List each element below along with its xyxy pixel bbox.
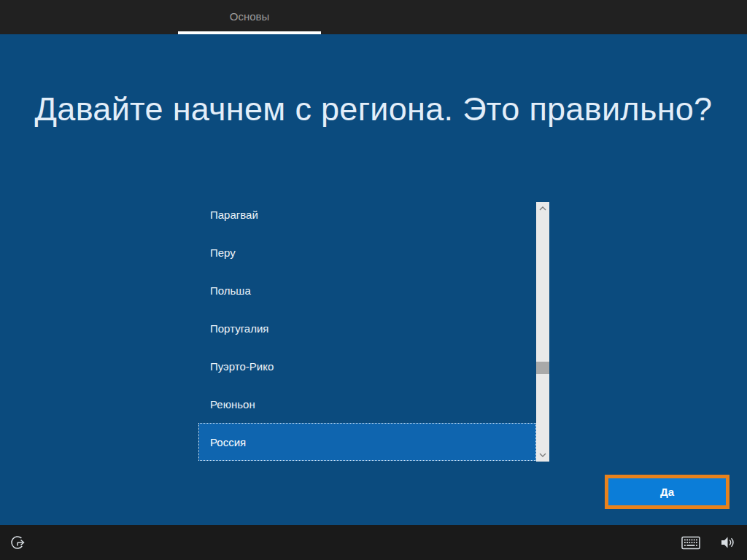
- region-label: Португалия: [210, 322, 268, 335]
- region-list-item[interactable]: Португалия: [198, 309, 536, 347]
- region-list-item[interactable]: Пуэрто-Рико: [198, 347, 536, 385]
- yes-button[interactable]: Да: [608, 478, 726, 505]
- region-list-item[interactable]: Парагвай: [198, 195, 536, 233]
- region-list-item[interactable]: Перу: [198, 233, 536, 271]
- page-title: Давайте начнем с региона. Это правильно?: [0, 90, 747, 128]
- keyboard-icon[interactable]: [681, 536, 700, 550]
- scrollbar-up-icon[interactable]: [536, 203, 549, 214]
- volume-icon[interactable]: [719, 534, 736, 551]
- region-label: Парагвай: [210, 209, 258, 221]
- scrollbar-thumb[interactable]: [536, 362, 549, 374]
- oobe-region-screen: { "topbar": { "tab_label": "Основы" }, "…: [0, 0, 747, 560]
- region-list-scrollbar[interactable]: [536, 202, 549, 462]
- region-list-item[interactable]: Польша: [198, 271, 536, 309]
- region-list-item[interactable]: Реюньон: [198, 385, 536, 423]
- region-list-item[interactable]: Россия: [198, 423, 536, 461]
- scrollbar-down-icon[interactable]: [536, 450, 549, 460]
- region-label: Пуэрто-Рико: [210, 360, 274, 373]
- annotation-highlight-box: Да: [605, 475, 729, 509]
- region-list: Парагвай Перу Польша Португалия Пуэрто-Р…: [198, 195, 536, 461]
- tab-basics[interactable]: Основы: [178, 0, 321, 31]
- topbar: Основы: [0, 0, 747, 34]
- ease-of-access-icon[interactable]: [9, 534, 26, 551]
- tab-underline: [178, 31, 321, 34]
- region-label: Реюньон: [210, 398, 255, 411]
- region-label: Россия: [210, 436, 246, 448]
- region-label: Перу: [210, 246, 236, 259]
- region-label: Польша: [210, 284, 251, 297]
- footer-bar: [0, 525, 747, 560]
